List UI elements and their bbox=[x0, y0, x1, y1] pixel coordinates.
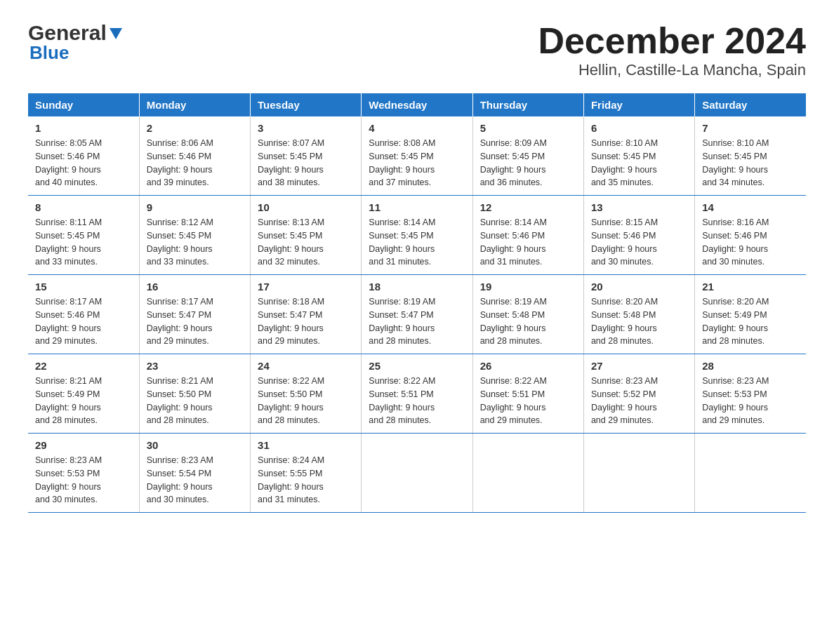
logo: General Blue bbox=[28, 21, 124, 64]
day-info: Sunrise: 8:21 AMSunset: 5:49 PMDaylight:… bbox=[35, 375, 132, 427]
calendar-cell: 10Sunrise: 8:13 AMSunset: 5:45 PMDayligh… bbox=[251, 196, 362, 275]
day-number: 12 bbox=[480, 201, 576, 213]
day-number: 27 bbox=[591, 360, 687, 372]
calendar-title: December 2024 bbox=[538, 21, 806, 61]
day-info: Sunrise: 8:11 AMSunset: 5:45 PMDaylight:… bbox=[35, 216, 132, 269]
calendar-cell: 9Sunrise: 8:12 AMSunset: 5:45 PMDaylight… bbox=[139, 196, 250, 275]
calendar-cell: 5Sunrise: 8:09 AMSunset: 5:45 PMDaylight… bbox=[472, 116, 583, 196]
day-info: Sunrise: 8:06 AMSunset: 5:46 PMDaylight:… bbox=[147, 137, 243, 189]
calendar-cell: 22Sunrise: 8:21 AMSunset: 5:49 PMDayligh… bbox=[28, 354, 139, 434]
day-info: Sunrise: 8:17 AMSunset: 5:46 PMDaylight:… bbox=[35, 295, 132, 348]
day-info: Sunrise: 8:18 AMSunset: 5:47 PMDaylight:… bbox=[258, 295, 354, 348]
calendar-cell: 25Sunrise: 8:22 AMSunset: 5:51 PMDayligh… bbox=[362, 354, 472, 434]
calendar-cell: 12Sunrise: 8:14 AMSunset: 5:46 PMDayligh… bbox=[472, 196, 583, 275]
calendar-cell: 15Sunrise: 8:17 AMSunset: 5:46 PMDayligh… bbox=[28, 275, 139, 354]
day-number: 25 bbox=[369, 360, 465, 372]
day-number: 2 bbox=[147, 122, 243, 134]
day-number: 21 bbox=[702, 281, 799, 293]
calendar-cell: 20Sunrise: 8:20 AMSunset: 5:48 PMDayligh… bbox=[583, 275, 694, 354]
day-info: Sunrise: 8:22 AMSunset: 5:51 PMDaylight:… bbox=[480, 375, 576, 427]
day-number: 16 bbox=[147, 281, 243, 293]
calendar-cell: 31Sunrise: 8:24 AMSunset: 5:55 PMDayligh… bbox=[251, 434, 362, 513]
day-info: Sunrise: 8:07 AMSunset: 5:45 PMDaylight:… bbox=[258, 137, 354, 189]
calendar-cell bbox=[695, 434, 806, 513]
calendar-cell: 11Sunrise: 8:14 AMSunset: 5:45 PMDayligh… bbox=[362, 196, 472, 275]
day-number: 6 bbox=[591, 122, 687, 134]
calendar-cell: 17Sunrise: 8:18 AMSunset: 5:47 PMDayligh… bbox=[251, 275, 362, 354]
day-number: 19 bbox=[480, 281, 576, 293]
calendar-cell: 30Sunrise: 8:23 AMSunset: 5:54 PMDayligh… bbox=[139, 434, 250, 513]
day-info: Sunrise: 8:10 AMSunset: 5:45 PMDaylight:… bbox=[702, 137, 799, 189]
day-number: 20 bbox=[591, 281, 687, 293]
day-info: Sunrise: 8:21 AMSunset: 5:50 PMDaylight:… bbox=[147, 375, 243, 427]
day-info: Sunrise: 8:10 AMSunset: 5:45 PMDaylight:… bbox=[591, 137, 687, 189]
day-info: Sunrise: 8:13 AMSunset: 5:45 PMDaylight:… bbox=[258, 216, 354, 269]
page-header: General Blue December 2024 Hellin, Casti… bbox=[28, 21, 806, 79]
calendar-cell: 26Sunrise: 8:22 AMSunset: 5:51 PMDayligh… bbox=[472, 354, 583, 434]
day-info: Sunrise: 8:08 AMSunset: 5:45 PMDaylight:… bbox=[369, 137, 465, 189]
column-header-tuesday: Tuesday bbox=[251, 93, 362, 116]
column-header-thursday: Thursday bbox=[472, 93, 583, 116]
calendar-cell: 2Sunrise: 8:06 AMSunset: 5:46 PMDaylight… bbox=[139, 116, 250, 196]
column-header-saturday: Saturday bbox=[695, 93, 806, 116]
day-number: 15 bbox=[35, 281, 132, 293]
day-info: Sunrise: 8:14 AMSunset: 5:46 PMDaylight:… bbox=[480, 216, 576, 269]
day-info: Sunrise: 8:05 AMSunset: 5:46 PMDaylight:… bbox=[35, 137, 132, 189]
calendar-cell bbox=[472, 434, 583, 513]
day-number: 14 bbox=[702, 201, 799, 213]
column-header-sunday: Sunday bbox=[28, 93, 139, 116]
svg-marker-0 bbox=[110, 28, 122, 39]
column-header-monday: Monday bbox=[139, 93, 250, 116]
calendar-cell: 1Sunrise: 8:05 AMSunset: 5:46 PMDaylight… bbox=[28, 116, 139, 196]
calendar-cell: 7Sunrise: 8:10 AMSunset: 5:45 PMDaylight… bbox=[695, 116, 806, 196]
day-number: 30 bbox=[147, 439, 243, 451]
day-info: Sunrise: 8:23 AMSunset: 5:52 PMDaylight:… bbox=[591, 375, 687, 427]
calendar-week-row: 15Sunrise: 8:17 AMSunset: 5:46 PMDayligh… bbox=[28, 275, 806, 354]
day-info: Sunrise: 8:16 AMSunset: 5:46 PMDaylight:… bbox=[702, 216, 799, 269]
day-number: 22 bbox=[35, 360, 132, 372]
day-info: Sunrise: 8:19 AMSunset: 5:48 PMDaylight:… bbox=[480, 295, 576, 348]
day-info: Sunrise: 8:14 AMSunset: 5:45 PMDaylight:… bbox=[369, 216, 465, 269]
calendar-cell: 8Sunrise: 8:11 AMSunset: 5:45 PMDaylight… bbox=[28, 196, 139, 275]
day-number: 26 bbox=[480, 360, 576, 372]
calendar-header-row: SundayMondayTuesdayWednesdayThursdayFrid… bbox=[28, 93, 806, 116]
day-number: 3 bbox=[258, 122, 354, 134]
day-info: Sunrise: 8:22 AMSunset: 5:51 PMDaylight:… bbox=[369, 375, 465, 427]
calendar-subtitle: Hellin, Castille-La Mancha, Spain bbox=[538, 61, 806, 79]
calendar-cell: 16Sunrise: 8:17 AMSunset: 5:47 PMDayligh… bbox=[139, 275, 250, 354]
calendar-table: SundayMondayTuesdayWednesdayThursdayFrid… bbox=[28, 93, 806, 513]
day-number: 13 bbox=[591, 201, 687, 213]
calendar-cell: 29Sunrise: 8:23 AMSunset: 5:53 PMDayligh… bbox=[28, 434, 139, 513]
calendar-cell: 27Sunrise: 8:23 AMSunset: 5:52 PMDayligh… bbox=[583, 354, 694, 434]
day-number: 10 bbox=[258, 201, 354, 213]
logo-triangle-icon bbox=[108, 25, 124, 41]
day-number: 1 bbox=[35, 122, 132, 134]
day-number: 29 bbox=[35, 439, 132, 451]
calendar-week-row: 22Sunrise: 8:21 AMSunset: 5:49 PMDayligh… bbox=[28, 354, 806, 434]
day-info: Sunrise: 8:24 AMSunset: 5:55 PMDaylight:… bbox=[258, 454, 354, 507]
day-info: Sunrise: 8:15 AMSunset: 5:46 PMDaylight:… bbox=[591, 216, 687, 269]
calendar-cell bbox=[362, 434, 472, 513]
calendar-week-row: 29Sunrise: 8:23 AMSunset: 5:53 PMDayligh… bbox=[28, 434, 806, 513]
column-header-friday: Friday bbox=[583, 93, 694, 116]
calendar-cell: 14Sunrise: 8:16 AMSunset: 5:46 PMDayligh… bbox=[695, 196, 806, 275]
day-info: Sunrise: 8:23 AMSunset: 5:53 PMDaylight:… bbox=[35, 454, 132, 507]
calendar-week-row: 1Sunrise: 8:05 AMSunset: 5:46 PMDaylight… bbox=[28, 116, 806, 196]
day-number: 31 bbox=[258, 439, 354, 451]
day-number: 5 bbox=[480, 122, 576, 134]
day-number: 11 bbox=[369, 201, 465, 213]
calendar-cell: 28Sunrise: 8:23 AMSunset: 5:53 PMDayligh… bbox=[695, 354, 806, 434]
calendar-cell: 23Sunrise: 8:21 AMSunset: 5:50 PMDayligh… bbox=[139, 354, 250, 434]
day-info: Sunrise: 8:23 AMSunset: 5:53 PMDaylight:… bbox=[702, 375, 799, 427]
day-number: 24 bbox=[258, 360, 354, 372]
calendar-cell: 19Sunrise: 8:19 AMSunset: 5:48 PMDayligh… bbox=[472, 275, 583, 354]
day-number: 17 bbox=[258, 281, 354, 293]
day-info: Sunrise: 8:20 AMSunset: 5:48 PMDaylight:… bbox=[591, 295, 687, 348]
title-block: December 2024 Hellin, Castille-La Mancha… bbox=[538, 21, 806, 79]
calendar-cell: 6Sunrise: 8:10 AMSunset: 5:45 PMDaylight… bbox=[583, 116, 694, 196]
calendar-cell: 18Sunrise: 8:19 AMSunset: 5:47 PMDayligh… bbox=[362, 275, 472, 354]
logo-general: General bbox=[28, 21, 107, 45]
calendar-cell: 24Sunrise: 8:22 AMSunset: 5:50 PMDayligh… bbox=[251, 354, 362, 434]
day-info: Sunrise: 8:23 AMSunset: 5:54 PMDaylight:… bbox=[147, 454, 243, 507]
day-number: 18 bbox=[369, 281, 465, 293]
